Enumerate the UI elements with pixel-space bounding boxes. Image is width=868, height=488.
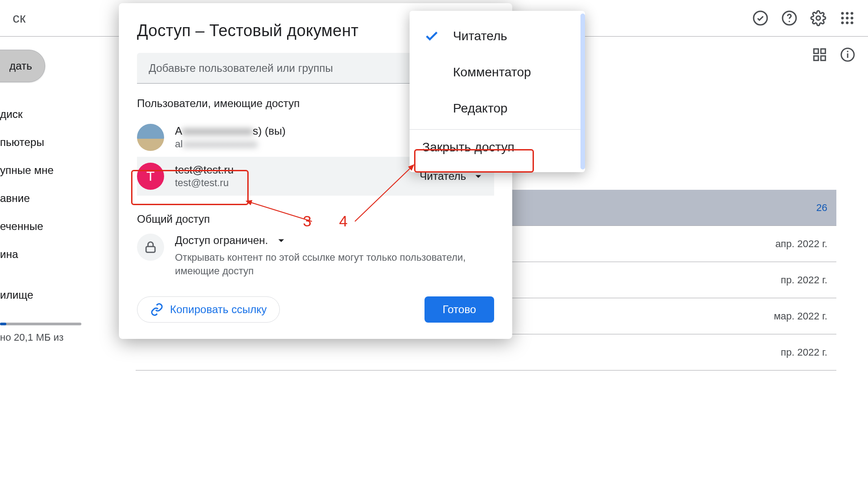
role-option-label: Редактор	[453, 101, 508, 116]
file-date: пр. 2022 г.	[781, 274, 836, 286]
new-button[interactable]: дать	[0, 50, 45, 82]
help-icon[interactable]	[781, 10, 797, 26]
storage-indicator: но 20,1 МБ из	[0, 323, 136, 343]
svg-rect-14	[821, 49, 826, 53]
file-date: пр. 2022 г.	[781, 347, 836, 358]
svg-point-10	[841, 22, 844, 24]
file-date: мар. 2022 г.	[774, 310, 836, 322]
copy-link-button[interactable]: Копировать ссылку	[137, 296, 280, 323]
role-option-label: Закрыть доступ	[422, 140, 514, 155]
svg-rect-13	[814, 49, 818, 53]
role-option-commenter[interactable]: Комментатор	[410, 54, 585, 90]
svg-rect-15	[814, 56, 818, 60]
role-option-editor[interactable]: Редактор	[410, 90, 585, 127]
view-grid-icon[interactable]	[812, 47, 827, 62]
role-option-remove-access[interactable]: Закрыть доступ	[410, 132, 585, 162]
storage-text: но 20,1 МБ из	[0, 332, 64, 343]
info-icon[interactable]	[840, 47, 855, 62]
role-option-label: Комментатор	[453, 65, 531, 80]
svg-point-0	[754, 11, 767, 25]
sidebar-item[interactable]: упные мне	[0, 156, 136, 184]
file-row[interactable]: пр. 2022 г.	[136, 334, 836, 371]
link-icon	[150, 303, 164, 316]
role-option-label: Читатель	[453, 29, 507, 43]
sidebar-item[interactable]: ина	[0, 240, 136, 268]
sidebar-item[interactable]: еченные	[0, 212, 136, 240]
settings-gear-icon[interactable]	[810, 10, 826, 26]
svg-point-7	[841, 17, 844, 19]
file-date: апр. 2022 г.	[775, 238, 836, 250]
svg-point-11	[846, 22, 849, 24]
svg-point-4	[841, 12, 844, 15]
caret-down-icon	[274, 234, 288, 247]
restricted-dropdown[interactable]: Доступ ограничен.	[175, 234, 494, 247]
svg-point-3	[816, 16, 821, 20]
general-access-heading: Общий доступ	[137, 213, 494, 225]
svg-rect-20	[146, 247, 155, 253]
apps-grid-icon[interactable]	[839, 10, 855, 26]
role-menu: Читатель Комментатор Редактор Закрыть до…	[410, 11, 585, 172]
add-people-placeholder: Добавьте пользователей или группы	[149, 62, 333, 75]
test-user-name: test@test.ru	[175, 164, 234, 176]
sidebar-item[interactable]: диск	[0, 100, 136, 128]
svg-rect-16	[821, 56, 826, 60]
svg-point-6	[851, 12, 854, 15]
drive-sidebar: дать диск пьютеры упные мне авние еченны…	[0, 36, 136, 488]
done-button[interactable]: Готово	[425, 296, 494, 323]
restricted-label: Доступ ограничен.	[175, 234, 268, 247]
svg-point-19	[847, 51, 848, 52]
svg-point-5	[846, 12, 849, 15]
restricted-description: Открывать контент по этой ссылке могут т…	[175, 251, 494, 277]
file-date: 26	[816, 202, 836, 214]
drive-logo-text: ск	[13, 10, 26, 26]
owner-email: alxxxxxxxxxxxxxxx	[175, 138, 286, 150]
lock-icon	[137, 234, 164, 261]
sidebar-item[interactable]: авние	[0, 184, 136, 212]
menu-separator	[410, 129, 585, 130]
storage-bar	[0, 323, 81, 325]
copy-link-label: Копировать ссылку	[170, 303, 267, 316]
sidebar-item[interactable]: пьютеры	[0, 128, 136, 156]
test-user-avatar: T	[137, 163, 164, 190]
owner-name: Axxxxxxxxxxxxxs) (вы)	[175, 125, 286, 137]
svg-point-2	[789, 21, 790, 22]
svg-point-8	[846, 17, 849, 19]
general-access-row: Доступ ограничен. Открывать контент по э…	[137, 234, 494, 277]
sidebar-item[interactable]: илище	[0, 281, 136, 309]
svg-point-12	[851, 22, 854, 24]
check-icon	[424, 28, 439, 44]
role-option-reader[interactable]: Читатель	[410, 18, 585, 54]
ready-offline-icon[interactable]	[752, 10, 769, 26]
test-user-email: test@test.ru	[175, 177, 234, 189]
owner-avatar	[137, 124, 164, 151]
svg-point-9	[851, 17, 854, 19]
